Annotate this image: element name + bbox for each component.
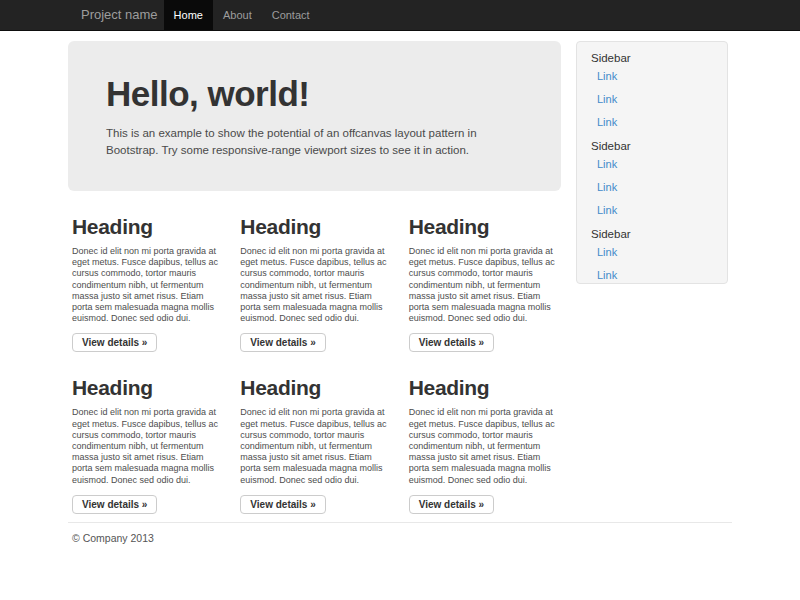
sidebar-link[interactable]: Link xyxy=(591,111,719,134)
content-card-5: Heading Donec id elit non mi porta gravi… xyxy=(240,358,392,513)
copyright-text: © Company 2013 xyxy=(72,532,732,544)
nav-item-home[interactable]: Home xyxy=(164,0,213,30)
card-body-text: Donec id elit non mi porta gravida at eg… xyxy=(72,407,224,485)
page-title: Hello, world! xyxy=(106,75,523,113)
sidebar-link[interactable]: Link xyxy=(591,241,719,264)
cards-grid: Heading Donec id elit non mi porta gravi… xyxy=(68,197,561,514)
view-details-button[interactable]: View details » xyxy=(409,333,494,352)
content-card-4: Heading Donec id elit non mi porta gravi… xyxy=(72,358,224,513)
top-navbar: Project name Home About Contact xyxy=(0,0,800,31)
sidebar-well: Sidebar Link Link Link Sidebar Link Link… xyxy=(576,41,728,284)
card-heading: Heading xyxy=(72,215,224,238)
brand-link[interactable]: Project name xyxy=(68,0,164,30)
sidebar-link[interactable]: Link xyxy=(591,176,719,199)
content-card-6: Heading Donec id elit non mi porta gravi… xyxy=(409,358,561,513)
page-subtitle: This is an example to show the potential… xyxy=(106,125,523,158)
sidebar-link[interactable]: Link xyxy=(591,65,719,88)
nav-item-about[interactable]: About xyxy=(213,0,262,30)
card-heading: Heading xyxy=(409,376,561,399)
card-heading: Heading xyxy=(240,376,392,399)
sidebar-group-header-1: Sidebar xyxy=(591,52,719,65)
navbar-menu: Home About Contact xyxy=(164,0,320,30)
nav-item-contact[interactable]: Contact xyxy=(262,0,320,30)
sidebar-group-header-2: Sidebar xyxy=(591,140,719,153)
sidebar-group-header-3: Sidebar xyxy=(591,228,719,241)
view-details-button[interactable]: View details » xyxy=(240,333,325,352)
card-heading: Heading xyxy=(240,215,392,238)
card-body-text: Donec id elit non mi porta gravida at eg… xyxy=(240,246,392,324)
view-details-button[interactable]: View details » xyxy=(72,333,157,352)
jumbotron: Hello, world! This is an example to show… xyxy=(68,41,561,191)
card-body-text: Donec id elit non mi porta gravida at eg… xyxy=(72,246,224,324)
card-heading: Heading xyxy=(409,215,561,238)
navbar-container: Project name Home About Contact xyxy=(68,0,732,30)
view-details-button[interactable]: View details » xyxy=(409,495,494,514)
view-details-button[interactable]: View details » xyxy=(240,495,325,514)
content-row: Hello, world! This is an example to show… xyxy=(68,41,732,514)
sidebar-link[interactable]: Link xyxy=(591,264,719,284)
content-card-1: Heading Donec id elit non mi porta gravi… xyxy=(72,197,224,352)
card-heading: Heading xyxy=(72,376,224,399)
content-card-2: Heading Donec id elit non mi porta gravi… xyxy=(240,197,392,352)
page: Project name Home About Contact Hello, w… xyxy=(0,0,800,600)
content-card-3: Heading Donec id elit non mi porta gravi… xyxy=(409,197,561,352)
sidebar-link[interactable]: Link xyxy=(591,88,719,111)
sidebar-link[interactable]: Link xyxy=(591,153,719,176)
card-body-text: Donec id elit non mi porta gravida at eg… xyxy=(409,407,561,485)
main-container: Hello, world! This is an example to show… xyxy=(68,41,732,544)
view-details-button[interactable]: View details » xyxy=(72,495,157,514)
card-body-text: Donec id elit non mi porta gravida at eg… xyxy=(240,407,392,485)
main-column: Hello, world! This is an example to show… xyxy=(68,41,561,514)
footer-divider xyxy=(68,522,732,523)
card-body-text: Donec id elit non mi porta gravida at eg… xyxy=(409,246,561,324)
sidebar-link[interactable]: Link xyxy=(591,199,719,222)
